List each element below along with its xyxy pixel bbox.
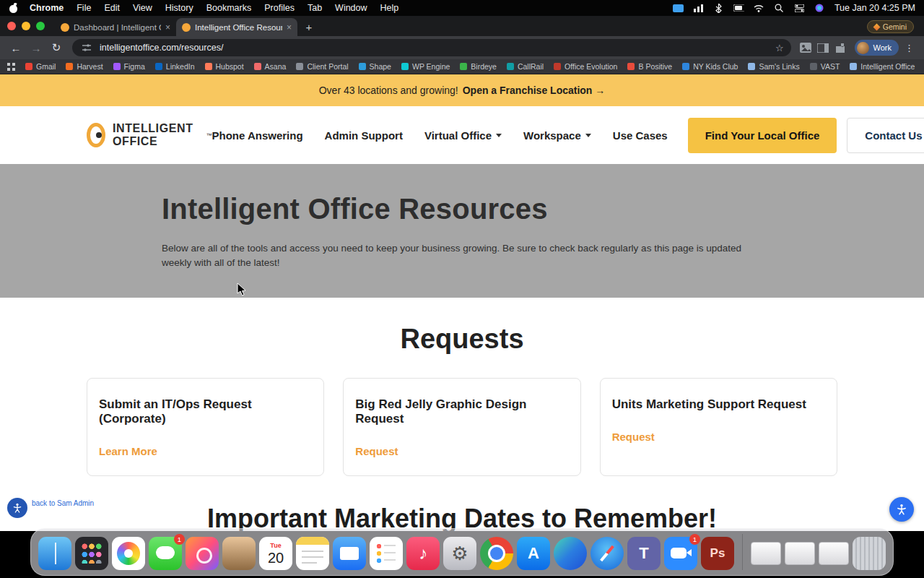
screen-mirroring-icon[interactable] <box>673 4 684 13</box>
music-icon[interactable]: ♪ <box>406 537 440 570</box>
reload-button[interactable]: ↻ <box>48 39 65 56</box>
tab-resources[interactable]: Intelligent Office Resources | × <box>176 18 297 36</box>
battery-icon[interactable] <box>733 4 744 13</box>
system-settings-icon[interactable]: ⚙ <box>443 537 476 570</box>
bookmark-gmail[interactable]: Gmail <box>25 62 56 71</box>
bookmark-folder-sams-links[interactable]: Sam's Links <box>748 62 799 71</box>
back-button[interactable]: ← <box>7 39 25 56</box>
bookmark-office-evolution[interactable]: Office Evolution <box>554 62 617 71</box>
bookmark-vast[interactable]: VAST <box>810 62 840 71</box>
menu-file[interactable]: File <box>77 3 91 13</box>
launchpad-icon[interactable] <box>75 537 108 570</box>
close-tab-icon[interactable]: × <box>165 22 170 33</box>
app-store-icon[interactable]: A <box>517 537 550 570</box>
messages-icon[interactable]: 1 <box>149 537 182 570</box>
bookmark-b-positive[interactable]: B Positive <box>627 62 672 71</box>
url-text[interactable]: intelligentoffice.com/resources/ <box>100 43 770 53</box>
menu-history[interactable]: History <box>165 3 193 13</box>
nav-use-cases[interactable]: Use Cases <box>613 129 668 142</box>
bookmark-birdeye[interactable]: Birdeye <box>460 62 497 71</box>
accessibility-widget-button[interactable] <box>889 497 914 522</box>
admin-widget-icon[interactable] <box>7 498 27 518</box>
bookmark-shape[interactable]: Shape <box>359 62 391 71</box>
siri-icon[interactable] <box>814 4 825 13</box>
tab-title: Dashboard | Intelligent Office <box>74 23 161 32</box>
bookmark-figma[interactable]: Figma <box>113 62 145 71</box>
media-extension-icon[interactable] <box>798 41 813 54</box>
finder-icon[interactable] <box>38 537 71 570</box>
calendar-icon[interactable]: Tue 20 <box>259 537 292 570</box>
nav-admin-support[interactable]: Admin Support <box>325 129 403 142</box>
gemini-badge[interactable]: Gemini <box>867 20 914 33</box>
stats-icon[interactable] <box>693 4 704 13</box>
bookmark-folder-intelligent-office[interactable]: Intelligent Office <box>850 62 915 71</box>
browser-menu-icon[interactable]: ⋮ <box>902 43 917 53</box>
teams-icon[interactable]: T <box>627 537 661 570</box>
profile-chip[interactable]: Work <box>855 40 899 56</box>
menu-window[interactable]: Window <box>335 3 367 13</box>
minimize-window-button[interactable] <box>22 22 30 30</box>
nav-virtual-office[interactable]: Virtual Office <box>424 129 502 142</box>
franchise-banner[interactable]: Over 43 locations and growing! Open a Fr… <box>0 74 924 106</box>
nav-workspace[interactable]: Workspace <box>523 129 591 142</box>
zoom-icon[interactable]: 1 <box>664 537 697 570</box>
site-settings-icon[interactable] <box>79 41 94 54</box>
minimized-window-thumbnail[interactable] <box>785 542 815 565</box>
minimized-window-thumbnail[interactable] <box>751 542 781 565</box>
learn-more-link[interactable]: Learn More <box>99 445 157 457</box>
close-window-button[interactable] <box>7 22 16 30</box>
apple-menu-icon[interactable] <box>9 4 18 13</box>
bookmark-linkedin[interactable]: LinkedIn <box>155 62 195 71</box>
safari-icon[interactable] <box>590 537 624 570</box>
menu-clock[interactable]: Tue Jan 20 4:25 PM <box>834 3 915 13</box>
bookmark-wp-engine[interactable]: WP Engine <box>401 62 450 71</box>
menu-help[interactable]: Help <box>380 3 399 13</box>
control-center-icon[interactable] <box>794 4 805 13</box>
bookmark-hubspot[interactable]: Hubspot <box>205 62 244 71</box>
reminders-icon[interactable] <box>370 537 403 570</box>
contacts-icon[interactable] <box>222 537 256 570</box>
menu-edit[interactable]: Edit <box>104 3 120 13</box>
find-local-office-button[interactable]: Find Your Local Office <box>688 118 837 153</box>
search-icon[interactable] <box>774 4 785 13</box>
bookmark-callrail[interactable]: CallRail <box>507 62 544 71</box>
tab-dashboard[interactable]: Dashboard | Intelligent Office × <box>55 18 176 36</box>
nav-phone-answering[interactable]: Phone Answering <box>212 129 302 142</box>
banner-cta[interactable]: Open a Franchise Location → <box>463 85 606 96</box>
admin-return-widget[interactable]: back to Sam Admin <box>7 498 94 518</box>
wifi-icon[interactable] <box>754 4 764 13</box>
photos-icon[interactable] <box>112 537 145 570</box>
bookmark-star-icon[interactable]: ☆ <box>775 43 784 53</box>
contact-us-button[interactable]: Contact Us <box>847 118 924 153</box>
menu-app-name[interactable]: Chrome <box>30 3 64 13</box>
close-tab-icon[interactable]: × <box>287 22 292 33</box>
bookmark-asana[interactable]: Asana <box>254 62 287 71</box>
mail-icon[interactable] <box>333 537 366 570</box>
notes-icon[interactable] <box>296 537 329 570</box>
menu-profiles[interactable]: Profiles <box>264 3 295 13</box>
bluetooth-icon[interactable] <box>713 4 724 13</box>
intelligent-office-logo[interactable]: INTELLIGENT OFFICE ™ <box>87 122 212 148</box>
address-bar[interactable]: intelligentoffice.com/resources/ ☆ <box>72 39 791 56</box>
menu-view[interactable]: View <box>133 3 152 13</box>
bookmark-harvest[interactable]: Harvest <box>66 62 103 71</box>
trash-icon[interactable] <box>853 537 886 570</box>
side-panel-icon[interactable] <box>816 41 830 54</box>
new-tab-button[interactable]: + <box>300 18 318 35</box>
admin-badge-label[interactable]: back to Sam Admin <box>32 499 94 507</box>
chrome-icon[interactable] <box>480 537 513 570</box>
menu-bookmarks[interactable]: Bookmarks <box>206 3 252 13</box>
extensions-puzzle-icon[interactable] <box>833 41 847 54</box>
request-link[interactable]: Request <box>612 431 655 443</box>
forward-button[interactable]: → <box>27 39 45 56</box>
minimized-window-thumbnail[interactable] <box>819 542 849 565</box>
bookmark-ny-kids-club[interactable]: NY Kids Club <box>682 62 738 71</box>
edge-icon[interactable] <box>554 537 587 570</box>
bookmark-client-portal[interactable]: Client Portal <box>296 62 348 71</box>
photo-booth-icon[interactable] <box>186 537 219 570</box>
apps-grid-icon[interactable] <box>7 63 15 71</box>
request-link[interactable]: Request <box>355 445 398 457</box>
photoshop-icon[interactable]: Ps <box>701 537 734 570</box>
zoom-window-button[interactable] <box>36 22 45 30</box>
menu-tab[interactable]: Tab <box>308 3 322 13</box>
